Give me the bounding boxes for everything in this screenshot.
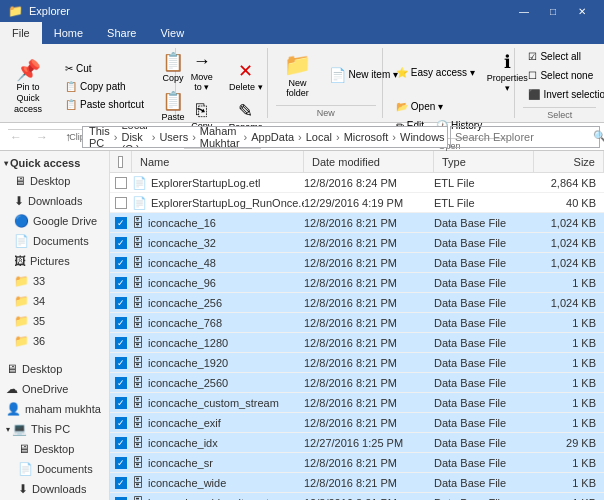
- path-microsoft[interactable]: Microsoft: [342, 130, 391, 144]
- row-check-cell[interactable]: ✓: [110, 217, 132, 229]
- file-name[interactable]: iconcache_sr: [148, 457, 213, 469]
- table-row[interactable]: ✓ 🗄 iconcache_idx 12/27/2016 1:25 PM Dat…: [110, 433, 604, 453]
- row-checkbox[interactable]: ✓: [115, 357, 127, 369]
- maximize-button[interactable]: □: [539, 0, 567, 22]
- copy-path-button[interactable]: 📋 Copy path: [60, 78, 149, 95]
- forward-button[interactable]: →: [30, 125, 54, 149]
- col-date-header[interactable]: Date modified: [304, 151, 434, 172]
- sidebar-item-desktop[interactable]: 🖥 Desktop: [0, 171, 109, 191]
- file-name[interactable]: iconcache_1280: [148, 337, 228, 349]
- invert-selection-button[interactable]: ⬛ Invert selection: [523, 86, 604, 103]
- sidebar-item-documents[interactable]: 📄 Documents: [0, 231, 109, 251]
- row-check-cell[interactable]: ✓: [110, 497, 132, 501]
- sidebar-item-onedrive[interactable]: ☁ OneDrive: [0, 379, 109, 399]
- file-name[interactable]: iconcache_wide: [148, 477, 226, 489]
- sidebar-item-pc-desktop[interactable]: 🖥 Desktop: [0, 439, 109, 459]
- select-none-button[interactable]: ☐ Select none: [523, 67, 598, 84]
- col-type-header[interactable]: Type: [434, 151, 534, 172]
- file-name[interactable]: iconcache_wide_alternate: [148, 497, 275, 501]
- tab-home[interactable]: Home: [42, 22, 95, 44]
- file-name[interactable]: iconcache_custom_stream: [148, 397, 279, 409]
- row-check-cell[interactable]: ✓: [110, 337, 132, 349]
- back-button[interactable]: ←: [4, 125, 28, 149]
- row-checkbox[interactable]: ✓: [115, 257, 127, 269]
- row-checkbox[interactable]: ✓: [115, 377, 127, 389]
- row-checkbox[interactable]: ✓: [115, 457, 127, 469]
- file-name[interactable]: iconcache_96: [148, 277, 216, 289]
- table-row[interactable]: ✓ 🗄 iconcache_custom_stream 12/8/2016 8:…: [110, 393, 604, 413]
- row-checkbox[interactable]: ✓: [115, 277, 127, 289]
- path-user[interactable]: Maham Mukhtar: [198, 126, 242, 148]
- row-check-cell[interactable]: ✓: [110, 417, 132, 429]
- row-checkbox[interactable]: ✓: [115, 437, 127, 449]
- path-localdisk[interactable]: Local Disk (C:): [119, 126, 149, 148]
- file-name[interactable]: iconcache_32: [148, 237, 216, 249]
- sidebar-item-thispc[interactable]: ▾ 💻 This PC: [0, 419, 109, 439]
- sidebar-item-user[interactable]: 👤 maham mukhta: [0, 399, 109, 419]
- table-row[interactable]: ✓ 🗄 iconcache_wide_alternate 12/8/2016 8…: [110, 493, 604, 500]
- file-name[interactable]: ExplorerStartupLog.etl: [151, 177, 260, 189]
- row-checkbox[interactable]: [115, 177, 127, 189]
- path-users[interactable]: Users: [157, 130, 190, 144]
- sidebar-item-googledrive[interactable]: 🔵 Google Drive: [0, 211, 109, 231]
- row-checkbox[interactable]: ✓: [115, 417, 127, 429]
- sidebar-item-desktop2[interactable]: 🖥 Desktop: [0, 359, 109, 379]
- row-check-cell[interactable]: ✓: [110, 357, 132, 369]
- file-name[interactable]: iconcache_48: [148, 257, 216, 269]
- up-button[interactable]: ↑: [56, 125, 80, 149]
- search-input[interactable]: [455, 131, 593, 143]
- file-name[interactable]: iconcache_1920: [148, 357, 228, 369]
- row-checkbox[interactable]: ✓: [115, 317, 127, 329]
- row-checkbox[interactable]: ✓: [115, 297, 127, 309]
- row-check-cell[interactable]: ✓: [110, 437, 132, 449]
- table-row[interactable]: ✓ 🗄 iconcache_wide 12/8/2016 8:21 PM Dat…: [110, 473, 604, 493]
- table-row[interactable]: ✓ 🗄 iconcache_48 12/8/2016 8:21 PM Data …: [110, 253, 604, 273]
- row-check-cell[interactable]: [110, 197, 132, 209]
- paste-shortcut-button[interactable]: 📋 Paste shortcut: [60, 96, 149, 113]
- row-check-cell[interactable]: ✓: [110, 317, 132, 329]
- row-checkbox[interactable]: [115, 197, 127, 209]
- col-check-header[interactable]: [110, 151, 132, 172]
- sidebar-item-pictures[interactable]: 🖼 Pictures: [0, 251, 109, 271]
- table-row[interactable]: ✓ 🗄 iconcache_2560 12/8/2016 8:21 PM Dat…: [110, 373, 604, 393]
- sidebar-item-33[interactable]: 📁 33: [0, 271, 109, 291]
- tab-share[interactable]: Share: [95, 22, 148, 44]
- row-check-cell[interactable]: ✓: [110, 397, 132, 409]
- table-row[interactable]: ✓ 🗄 iconcache_768 12/8/2016 8:21 PM Data…: [110, 313, 604, 333]
- sidebar-item-34[interactable]: 📁 34: [0, 291, 109, 311]
- row-check-cell[interactable]: ✓: [110, 257, 132, 269]
- path-windows[interactable]: Windows: [398, 130, 447, 144]
- table-row[interactable]: ✓ 🗄 iconcache_1280 12/8/2016 8:21 PM Dat…: [110, 333, 604, 353]
- row-checkbox[interactable]: ✓: [115, 217, 127, 229]
- row-check-cell[interactable]: ✓: [110, 297, 132, 309]
- file-name[interactable]: ExplorerStartupLog_RunOnce.etl: [151, 197, 304, 209]
- path-appdata[interactable]: AppData: [249, 130, 296, 144]
- cut-button[interactable]: ✂ Cut: [60, 60, 149, 77]
- sidebar-item-downloads[interactable]: ⬇ Downloads: [0, 191, 109, 211]
- tab-view[interactable]: View: [148, 22, 196, 44]
- col-size-header[interactable]: Size: [534, 151, 604, 172]
- row-checkbox[interactable]: ✓: [115, 397, 127, 409]
- row-check-cell[interactable]: ✓: [110, 237, 132, 249]
- path-thispc[interactable]: This PC: [87, 126, 112, 148]
- row-check-cell[interactable]: ✓: [110, 377, 132, 389]
- table-row[interactable]: ✓ 🗄 iconcache_exif 12/8/2016 8:21 PM Dat…: [110, 413, 604, 433]
- table-row[interactable]: ✓ 🗄 iconcache_256 12/8/2016 8:21 PM Data…: [110, 293, 604, 313]
- table-row[interactable]: 📄 ExplorerStartupLog_RunOnce.etl 12/29/2…: [110, 193, 604, 213]
- file-name[interactable]: iconcache_768: [148, 317, 222, 329]
- select-all-checkbox[interactable]: [118, 156, 123, 168]
- table-row[interactable]: ✓ 🗄 iconcache_sr 12/8/2016 8:21 PM Data …: [110, 453, 604, 473]
- row-checkbox[interactable]: ✓: [115, 237, 127, 249]
- row-checkbox[interactable]: ✓: [115, 337, 127, 349]
- row-check-cell[interactable]: ✓: [110, 277, 132, 289]
- table-row[interactable]: ✓ 🗄 iconcache_1920 12/8/2016 8:21 PM Dat…: [110, 353, 604, 373]
- file-name[interactable]: iconcache_idx: [148, 437, 218, 449]
- sidebar-item-36[interactable]: 📁 36: [0, 331, 109, 351]
- sidebar-item-pc-downloads[interactable]: ⬇ Downloads: [0, 479, 109, 499]
- table-row[interactable]: ✓ 🗄 iconcache_96 12/8/2016 8:21 PM Data …: [110, 273, 604, 293]
- open-button[interactable]: 📂 Open ▾: [391, 98, 448, 115]
- row-check-cell[interactable]: [110, 177, 132, 189]
- row-check-cell[interactable]: ✓: [110, 477, 132, 489]
- delete-button[interactable]: ✕ Delete ▾: [224, 57, 268, 95]
- table-row[interactable]: ✓ 🗄 iconcache_16 12/8/2016 8:21 PM Data …: [110, 213, 604, 233]
